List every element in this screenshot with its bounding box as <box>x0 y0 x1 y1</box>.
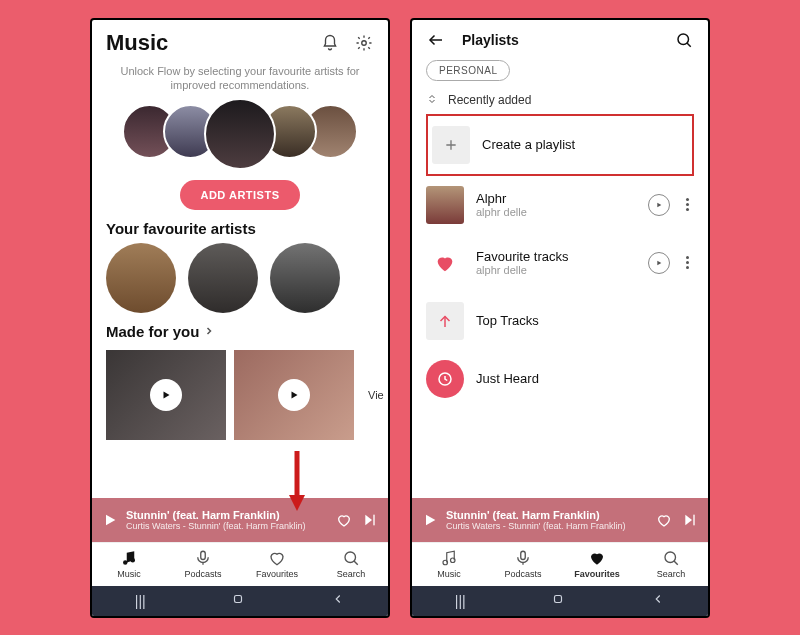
svg-rect-13 <box>235 596 242 603</box>
section-made-for-you[interactable]: Made for you <box>92 313 388 346</box>
tab-search[interactable]: Search <box>634 543 708 586</box>
play-icon[interactable] <box>648 252 670 274</box>
tab-label: Music <box>437 569 461 579</box>
sort-row[interactable]: Recently added <box>412 87 708 114</box>
svg-marker-5 <box>106 514 115 525</box>
tab-podcasts[interactable]: Podcasts <box>166 543 240 586</box>
play-icon[interactable] <box>648 194 670 216</box>
tab-music[interactable]: Music <box>92 543 166 586</box>
now-playing-bar[interactable]: Stunnin' (feat. Harm Franklin) Curtis Wa… <box>92 498 388 542</box>
svg-rect-28 <box>521 551 526 559</box>
create-label: Create a playlist <box>482 137 688 152</box>
now-playing-bar[interactable]: Stunnin' (feat. Harm Franklin) Curtis Wa… <box>412 498 708 542</box>
svg-line-16 <box>687 43 691 47</box>
kebab-icon[interactable] <box>680 256 694 269</box>
page-title: Playlists <box>462 32 519 48</box>
tab-favourites[interactable]: Favourites <box>560 543 634 586</box>
tab-music[interactable]: Music <box>412 543 486 586</box>
tab-podcasts[interactable]: Podcasts <box>486 543 560 586</box>
made-for-you-row: Vie <box>92 350 388 440</box>
next-track-icon[interactable] <box>682 512 698 528</box>
playlist-title: Favourite tracks <box>476 249 636 264</box>
back-icon[interactable] <box>651 592 665 609</box>
mfy-card[interactable] <box>234 350 354 440</box>
phone-right: Playlists PERSONAL Recently added Create… <box>410 18 710 618</box>
playlist-item[interactable]: Favourite tracks alphr delle <box>426 234 694 292</box>
artist-avatar[interactable] <box>270 243 340 313</box>
view-more[interactable]: Vie <box>362 389 384 401</box>
chevron-right-icon <box>203 323 215 340</box>
artist-avatar[interactable] <box>188 243 258 313</box>
heart-icon <box>426 244 464 282</box>
mfy-card[interactable] <box>106 350 226 440</box>
tab-label: Favourites <box>574 569 620 579</box>
svg-rect-7 <box>373 514 374 525</box>
search-icon[interactable] <box>674 30 694 50</box>
header: Playlists <box>412 20 708 54</box>
svg-point-8 <box>123 560 128 565</box>
playlist-item[interactable]: Top Tracks <box>426 292 694 350</box>
bottom-tabs: Music Podcasts Favourites Search <box>92 542 388 586</box>
svg-rect-31 <box>555 596 562 603</box>
bell-icon[interactable] <box>320 33 340 53</box>
play-icon[interactable] <box>102 512 118 528</box>
page-title: Music <box>106 30 168 56</box>
microphone-icon <box>194 549 212 567</box>
np-subtitle: Curtis Waters - Stunnin' (feat. Harm Fra… <box>126 521 328 531</box>
heart-icon[interactable] <box>656 512 672 528</box>
back-icon[interactable] <box>331 592 345 609</box>
phone-left: Music Unlock Flow by selecting your favo… <box>90 18 390 618</box>
tab-label: Podcasts <box>184 569 221 579</box>
recents-icon[interactable]: ||| <box>135 593 146 609</box>
playlist-title: Alphr <box>476 191 636 206</box>
recents-icon[interactable]: ||| <box>455 593 466 609</box>
search-icon <box>342 549 360 567</box>
np-title: Stunnin' (feat. Harm Franklin) <box>126 509 328 521</box>
svg-marker-2 <box>292 392 298 399</box>
add-artists-button[interactable]: ADD ARTISTS <box>180 180 299 210</box>
home-icon[interactable] <box>231 592 245 609</box>
unlock-text: Unlock Flow by selecting your favourite … <box>92 60 388 97</box>
playlist-art <box>426 186 464 224</box>
svg-rect-25 <box>693 514 694 525</box>
favourite-artists-row <box>92 243 388 313</box>
svg-marker-1 <box>164 392 170 399</box>
plus-icon <box>432 126 470 164</box>
tab-label: Search <box>337 569 366 579</box>
bottom-tabs: Music Podcasts Favourites Search <box>412 542 708 586</box>
heart-icon[interactable] <box>336 512 352 528</box>
music-note-icon <box>440 549 458 567</box>
svg-line-12 <box>354 561 358 565</box>
heart-icon <box>268 549 286 567</box>
artist-avatar[interactable] <box>204 98 276 170</box>
svg-point-15 <box>678 34 689 45</box>
play-icon[interactable] <box>422 512 438 528</box>
create-playlist-button[interactable]: Create a playlist <box>432 120 688 170</box>
svg-point-0 <box>362 40 367 45</box>
playlist-item[interactable]: Alphr alphr delle <box>426 176 694 234</box>
tab-search[interactable]: Search <box>314 543 388 586</box>
kebab-icon[interactable] <box>680 198 694 211</box>
back-icon[interactable] <box>426 30 446 50</box>
search-icon <box>662 549 680 567</box>
music-note-icon <box>120 549 138 567</box>
tutorial-highlight: Create a playlist <box>426 114 694 176</box>
sort-label: Recently added <box>448 93 531 107</box>
gear-icon[interactable] <box>354 33 374 53</box>
next-track-icon[interactable] <box>362 512 378 528</box>
playlist-subtitle: alphr delle <box>476 206 636 218</box>
home-icon[interactable] <box>551 592 565 609</box>
play-icon[interactable] <box>150 379 182 411</box>
artist-avatar[interactable] <box>106 243 176 313</box>
play-icon[interactable] <box>278 379 310 411</box>
section-favourite-artists: Your favourite artists <box>92 210 388 243</box>
sort-icon <box>426 93 438 108</box>
svg-point-29 <box>665 552 676 563</box>
svg-point-9 <box>131 558 136 563</box>
tab-label: Search <box>657 569 686 579</box>
tab-favourites[interactable]: Favourites <box>240 543 314 586</box>
tab-label: Music <box>117 569 141 579</box>
chip-personal[interactable]: PERSONAL <box>426 60 510 81</box>
playlist-item[interactable]: Just Heard <box>426 350 694 408</box>
svg-line-30 <box>674 561 678 565</box>
